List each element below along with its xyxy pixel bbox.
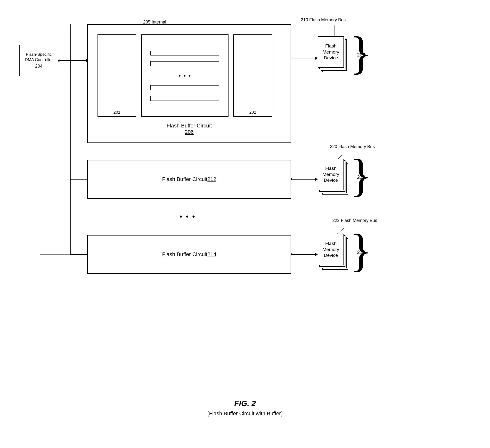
buffer-line-1 <box>150 51 219 56</box>
num-201: 201 <box>114 110 120 115</box>
fbc-206-box: 201 • • • 202 Flash Buffer Circuit206 <box>87 24 291 143</box>
dma-num: 204 <box>35 63 43 69</box>
flash-device-top: FlashMemoryDevice } 203 <box>318 36 349 74</box>
inner-202-box: 202 <box>233 34 272 117</box>
svg-marker-40 <box>315 253 318 256</box>
fmd-mid-num: 216 <box>357 174 365 180</box>
fbc-214-box: Flash Buffer Circuit214 <box>87 235 291 274</box>
flash-device-bot: FlashMemoryDevice } 218 <box>318 234 349 271</box>
middle-dots: • • • <box>180 212 195 221</box>
fmd-bot-num: 218 <box>357 250 365 255</box>
svg-marker-24 <box>315 57 318 59</box>
fig-subtitle: (Flash Buffer Circuit with Buffer) <box>15 410 475 417</box>
dma-label: Flash-SpecificDMA Controller <box>25 52 53 62</box>
num-202: 202 <box>249 110 256 115</box>
buffer-line-3 <box>150 85 219 90</box>
figure-caption: FIG. 2 (Flash Buffer Circuit with Buffer… <box>15 399 475 417</box>
fbc-206-label: Flash Buffer Circuit206 <box>88 123 291 135</box>
flash-device-mid: FlashMemoryDevice } 216 <box>318 159 349 196</box>
flash-memory-bus-top-label: 210 Flash Memory Bus <box>301 17 346 23</box>
flash-memory-bus-bot-label: 222 Flash Memory Bus <box>332 218 377 223</box>
inner-201-box: 201 <box>97 34 136 117</box>
fmd-top-num: 203 <box>357 52 365 58</box>
buffer-line-4 <box>150 96 219 101</box>
flash-memory-bus-mid-label: 220 Flash Memory Bus <box>330 144 375 149</box>
diagram-container: Flash-SpecificDMA Controller 204 208 Int… <box>15 10 475 422</box>
buffer-dots: • • • <box>179 72 191 79</box>
buffer-lines: • • • <box>150 51 219 101</box>
svg-marker-37 <box>315 178 318 181</box>
fbc-212-box: Flash Buffer Circuit212 <box>87 160 291 199</box>
dma-controller-box: Flash-SpecificDMA Controller 204 <box>19 45 58 76</box>
buffer-line-2 <box>150 61 219 66</box>
internal-buffer-box: • • • <box>141 34 228 117</box>
fig-title: FIG. 2 <box>15 399 475 408</box>
